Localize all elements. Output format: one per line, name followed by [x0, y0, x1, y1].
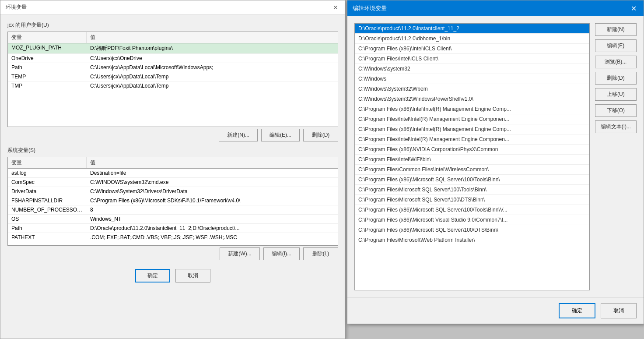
- path-item[interactable]: C:\Program Files (x86)\Microsoft SQL Ser…: [355, 205, 589, 215]
- path-browse-button[interactable]: 浏览(B)...: [595, 56, 637, 68]
- env-variables-dialog: 环境变量 ✕ jcx 的用户变量(U) 变量 值 MOZ_PLUGIN_PATH…: [0, 0, 346, 339]
- user-delete-button[interactable]: 删除(D): [303, 129, 338, 141]
- table-row[interactable]: FSHARPINSTALLDIR C:\Program Files (x86)\…: [8, 196, 338, 205]
- user-row2-val: C:\Users\jcx\OneDrive: [87, 54, 338, 63]
- env-dialog-close-button[interactable]: ✕: [331, 4, 340, 11]
- path-item[interactable]: C:\Program Files (x86)\Intel\Intel(R) Ma…: [355, 124, 589, 134]
- path-edit-button[interactable]: 编辑(E): [595, 39, 637, 52]
- path-item[interactable]: C:\Program Files\Microsoft SQL Server\10…: [355, 185, 589, 195]
- edit-ok-button[interactable]: 确定: [559, 303, 595, 318]
- sys-row1-val: Destination=file: [87, 169, 338, 177]
- sys-row8-val: .COM;.EXE;.BAT;.CMD;.VBS;.VBE;.JS;.JSE;.…: [87, 233, 338, 242]
- table-row[interactable]: NUMBER_OF_PROCESSORS 8: [8, 205, 338, 215]
- edit-dialog-footer: 确定 取消: [347, 297, 644, 324]
- table-row[interactable]: OneDrive C:\Users\jcx\OneDrive: [8, 54, 338, 63]
- env-dialog-title: 环境变量: [6, 4, 27, 11]
- path-item[interactable]: C:\Program Files (x86)\Microsoft SQL Ser…: [355, 225, 589, 235]
- sys-row2-val: C:\WINDOWS\system32\cmd.exe: [87, 178, 338, 187]
- path-item[interactable]: C:\Program Files\Intel\Intel(R) Manageme…: [355, 114, 589, 124]
- sys-row3-val: C:\Windows\System32\Drivers\DriverData: [87, 187, 338, 196]
- table-row[interactable]: ComSpec C:\WINDOWS\system32\cmd.exe: [8, 178, 338, 187]
- path-item[interactable]: C:\Program Files\Intel\WiFi\bin\: [355, 155, 589, 165]
- edit-cancel-button[interactable]: 取消: [601, 303, 637, 318]
- sys-col2-header: 值: [87, 157, 338, 168]
- path-item[interactable]: C:\Windows\System32\Wbem: [355, 84, 589, 94]
- edit-dialog-titlebar: 编辑环境变量 ✕: [347, 0, 644, 16]
- sys-row7-var: Path: [8, 224, 87, 233]
- sys-table-body[interactable]: asl.log Destination=file ComSpec C:\WIND…: [8, 169, 338, 245]
- table-row[interactable]: MOZ_PLUGIN_PATH D:\福昕PDF\Foxit Phantom\p…: [8, 43, 338, 54]
- table-row[interactable]: Path C:\Users\jcx\AppData\Local\Microsof…: [8, 63, 338, 72]
- path-item[interactable]: C:\Windows\system32: [355, 64, 589, 74]
- user-variables-section: jcx 的用户变量(U) 变量 值 MOZ_PLUGIN_PATH D:\福昕P…: [7, 21, 338, 141]
- env-cancel-button[interactable]: 取消: [175, 269, 210, 282]
- table-row[interactable]: TEMP C:\Users\jcx\AppData\Local\Temp: [8, 72, 338, 81]
- sys-row5-val: 8: [87, 205, 338, 214]
- table-row[interactable]: OS Windows_NT: [8, 215, 338, 224]
- env-ok-button[interactable]: 确定: [135, 269, 170, 282]
- edit-dialog-close-button[interactable]: ✕: [629, 4, 638, 13]
- sys-row6-val: Windows_NT: [87, 215, 338, 223]
- path-item[interactable]: C:\Program Files\Intel\iCLS Client\: [355, 54, 589, 64]
- table-row[interactable]: asl.log Destination=file: [8, 169, 338, 178]
- user-new-button[interactable]: 新建(N)...: [219, 129, 258, 141]
- user-row4-val: C:\Users\jcx\AppData\Local\Temp: [87, 72, 338, 81]
- path-item[interactable]: D:\Oracle\product\11.2.0\dbhome_1\bin: [355, 34, 589, 44]
- edit-env-dialog: 编辑环境变量 ✕ D:\Oracle\product\11.2.0\instan…: [347, 0, 644, 324]
- table-row[interactable]: PATHEXT .COM;.EXE;.BAT;.CMD;.VBS;.VBE;.J…: [8, 233, 338, 242]
- path-item[interactable]: C:\Program Files (x86)\Intel\Intel(R) Ma…: [355, 104, 589, 114]
- path-item[interactable]: C:\Program Files\Microsoft SQL Server\10…: [355, 195, 589, 205]
- user-row4-var: TEMP: [8, 72, 87, 81]
- table-row[interactable]: DriverData C:\Windows\System32\Drivers\D…: [8, 187, 338, 196]
- sys-row2-var: ComSpec: [8, 178, 87, 187]
- edit-dialog-body: D:\Oracle\product\11.2.0\instantclient_1…: [347, 16, 644, 297]
- user-col1-header: 变量: [8, 32, 87, 43]
- user-buttons-row: 新建(N)... 编辑(E)... 删除(D): [7, 129, 338, 141]
- user-row5-var: TMP: [8, 81, 87, 90]
- table-row[interactable]: Path D:\Oracle\product\11.2.0\instantcli…: [8, 224, 338, 233]
- user-section-label: jcx 的用户变量(U): [7, 21, 338, 29]
- user-table-header: 变量 值: [8, 32, 338, 43]
- path-item[interactable]: C:\Windows: [355, 74, 589, 84]
- env-footer-buttons: 确定 取消: [7, 269, 338, 282]
- user-table-body[interactable]: MOZ_PLUGIN_PATH D:\福昕PDF\Foxit Phantom\p…: [8, 43, 338, 127]
- path-item[interactable]: C:\Program Files (x86)\Intel\iCLS Client…: [355, 44, 589, 54]
- sys-buttons-row: 新建(W)... 编辑(I)... 删除(L): [7, 247, 338, 260]
- user-edit-button[interactable]: 编辑(E)...: [261, 129, 300, 141]
- user-variables-table: 变量 值 MOZ_PLUGIN_PATH D:\福昕PDF\Foxit Phan…: [7, 32, 338, 127]
- path-item[interactable]: C:\Program Files (x86)\Microsoft SQL Ser…: [355, 175, 589, 185]
- path-list[interactable]: D:\Oracle\product\11.2.0\instantclient_1…: [355, 24, 589, 290]
- table-row[interactable]: TMP C:\Users\jcx\AppData\Local\Temp: [8, 81, 338, 90]
- sys-row4-val: C:\Program Files (x86)\Microsoft SDKs\F#…: [87, 196, 338, 205]
- path-item[interactable]: D:\Oracle\product\11.2.0\instantclient_1…: [355, 24, 589, 34]
- sys-variables-table: 变量 值 asl.log Destination=file ComSpec C:…: [7, 157, 338, 246]
- sys-row3-var: DriverData: [8, 187, 87, 196]
- path-move-up-button[interactable]: 上移(U): [595, 88, 637, 101]
- sys-table-header: 变量 值: [8, 157, 338, 169]
- user-col2-header: 值: [87, 32, 338, 43]
- user-row5-val: C:\Users\jcx\AppData\Local\Temp: [87, 81, 338, 90]
- path-item[interactable]: C:\Windows\System32\WindowsPowerShell\v1…: [355, 94, 589, 104]
- path-item[interactable]: C:\Program Files (x86)\NVIDIA Corporatio…: [355, 145, 589, 155]
- user-row2-var: OneDrive: [8, 54, 87, 63]
- path-delete-button[interactable]: 删除(D): [595, 72, 637, 85]
- path-move-down-button[interactable]: 下移(O): [595, 104, 637, 117]
- path-new-button[interactable]: 新建(N): [595, 23, 637, 36]
- path-edit-text-button[interactable]: 编辑文本(I)...: [595, 120, 637, 133]
- sys-delete-button[interactable]: 删除(L): [303, 247, 338, 260]
- sys-row4-var: FSHARPINSTALLDIR: [8, 196, 87, 205]
- path-item[interactable]: C:\Program Files\Intel\Intel(R) Manageme…: [355, 134, 589, 145]
- sys-new-button[interactable]: 新建(W)...: [220, 247, 259, 260]
- path-item[interactable]: C:\Program Files (x86)\Microsoft Visual …: [355, 215, 589, 225]
- edit-side-buttons: 新建(N) 编辑(E) 浏览(B)... 删除(D) 上移(U) 下移(O) 编…: [595, 23, 637, 290]
- user-row3-val: C:\Users\jcx\AppData\Local\Microsoft\Win…: [87, 63, 338, 72]
- env-dialog-titlebar: 环境变量 ✕: [0, 0, 345, 14]
- path-item[interactable]: C:\Program Files\Common Files\Intel\Wire…: [355, 165, 589, 175]
- sys-edit-button[interactable]: 编辑(I)...: [263, 247, 300, 260]
- path-item[interactable]: C:\Program Files\Microsoft\Web Platform …: [355, 235, 589, 245]
- sys-row8-var: PATHEXT: [8, 233, 87, 242]
- sys-row7-val: D:\Oracle\product\11.2.0\instantclient_1…: [87, 224, 338, 233]
- sys-row6-var: OS: [8, 215, 87, 223]
- path-list-container: D:\Oracle\product\11.2.0\instantclient_1…: [354, 23, 590, 290]
- sys-row5-var: NUMBER_OF_PROCESSORS: [8, 205, 87, 214]
